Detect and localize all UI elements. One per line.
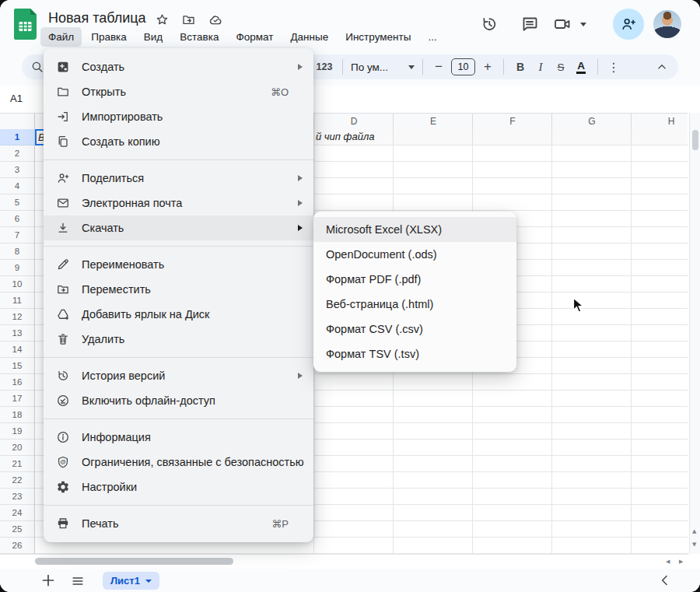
move-folder-icon[interactable] — [181, 12, 196, 27]
name-box[interactable]: A1 — [10, 93, 23, 104]
file-menu-item[interactable]: История версий — [44, 363, 313, 388]
menubar-item[interactable]: Вид — [136, 27, 170, 47]
bold-button[interactable]: B — [510, 57, 530, 77]
horizontal-scrollbar[interactable]: ◀ ▶ — [0, 554, 689, 569]
more-options-icon[interactable]: ⋮ — [604, 57, 623, 77]
file-menu-item[interactable]: Переместить — [44, 277, 313, 302]
column-header[interactable]: H — [631, 114, 688, 129]
menubar-item[interactable]: Вставка — [172, 27, 226, 47]
file-menu-item[interactable]: Скачать — [44, 215, 313, 240]
font-size-input[interactable]: 10 — [451, 58, 475, 75]
strikethrough-button[interactable]: S — [551, 57, 571, 77]
file-menu-item[interactable]: Поделиться — [44, 166, 313, 191]
row-header[interactable]: 18 — [0, 407, 34, 423]
file-menu-item[interactable]: Создать — [44, 54, 313, 79]
number-format-button[interactable]: 123 — [313, 57, 336, 77]
vertical-scrollbar-thumb[interactable] — [692, 130, 698, 150]
menubar-item[interactable]: Данные — [282, 27, 336, 47]
column-header[interactable]: E — [393, 114, 473, 129]
file-menu-item[interactable]: @ Ограничения, связанные с безопасностью — [44, 450, 313, 475]
file-menu-item[interactable]: Печать ⌘P — [44, 511, 313, 536]
row-header[interactable]: 1 — [0, 129, 34, 145]
vertical-scrollbar[interactable]: ▲ ▼ — [689, 113, 700, 554]
video-call-dropdown-caret[interactable] — [580, 23, 586, 26]
row-header[interactable]: 7 — [0, 227, 34, 243]
sheet-tab-active[interactable]: Лист1 — [103, 572, 159, 590]
toolbar-divider — [503, 59, 504, 75]
sheets-logo[interactable] — [14, 9, 37, 40]
collapse-toolbar-icon[interactable] — [655, 60, 669, 74]
video-call-icon[interactable] — [552, 15, 572, 33]
download-submenu-item[interactable]: Веб-страница (.html) — [313, 292, 516, 317]
row-header[interactable]: 12 — [0, 309, 34, 325]
row-header[interactable]: 20 — [0, 440, 34, 456]
menubar-item[interactable]: Инструменты — [338, 27, 418, 47]
row-header[interactable]: 22 — [0, 472, 34, 489]
horizontal-scrollbar-thumb[interactable] — [35, 558, 233, 565]
file-menu-item[interactable]: Включить офлайн-доступ — [44, 388, 313, 413]
font-select[interactable]: По ум... — [349, 57, 416, 77]
download-submenu-item[interactable]: OpenDocument (.ods) — [313, 242, 516, 267]
search-icon[interactable] — [30, 60, 44, 74]
sheet-tab-menu-caret[interactable] — [145, 580, 152, 583]
download-submenu-item[interactable]: Формат PDF (.pdf) — [313, 267, 516, 292]
chevron-left-icon[interactable] — [657, 573, 673, 588]
file-menu-item[interactable]: Открыть ⌘O — [44, 79, 313, 104]
row-header[interactable]: 9 — [0, 260, 34, 276]
row-header[interactable]: 23 — [0, 489, 34, 505]
row-header[interactable]: 6 — [0, 211, 34, 227]
version-history-icon[interactable] — [480, 15, 499, 33]
column-header[interactable]: G — [551, 114, 632, 129]
row-header[interactable]: 2 — [0, 145, 34, 162]
avatar[interactable] — [653, 10, 681, 38]
row-header[interactable]: 24 — [0, 505, 34, 521]
file-menu-item[interactable]: Удалить — [44, 327, 313, 352]
row-header[interactable]: 17 — [0, 391, 34, 407]
row-header[interactable]: 5 — [0, 194, 34, 211]
document-title[interactable]: Новая таблица — [48, 10, 146, 26]
share-button[interactable] — [613, 9, 644, 40]
text-color-button[interactable]: A — [571, 57, 591, 77]
row-header[interactable]: 25 — [0, 521, 34, 538]
row-header[interactable]: 15 — [0, 358, 34, 374]
file-menu-item[interactable]: Добавить ярлык на Диск — [44, 302, 313, 327]
file-menu-item[interactable]: Информация — [44, 425, 313, 450]
column-header[interactable]: F — [472, 114, 552, 129]
file-menu-item[interactable]: Настройки — [44, 475, 313, 499]
scroll-down-icon[interactable]: ▼ — [692, 541, 696, 548]
italic-button[interactable]: I — [530, 57, 551, 77]
cloud-check-icon[interactable] — [208, 12, 223, 27]
scroll-up-icon[interactable]: ▲ — [692, 528, 696, 534]
download-submenu-item[interactable]: Формат CSV (.csv) — [313, 317, 516, 342]
star-icon[interactable] — [155, 12, 170, 27]
column-header[interactable]: D — [313, 114, 394, 129]
menubar-item[interactable]: Правка — [83, 27, 135, 47]
row-header[interactable]: 4 — [0, 178, 34, 194]
row-header[interactable]: 16 — [0, 374, 34, 391]
row-header[interactable]: 26 — [0, 538, 34, 554]
row-header[interactable]: 3 — [0, 162, 34, 178]
file-menu-item[interactable]: Электронная почта — [44, 191, 313, 215]
row-header[interactable]: 13 — [0, 325, 34, 342]
row-header[interactable]: 21 — [0, 456, 34, 472]
file-menu-item[interactable]: Переименовать — [44, 252, 313, 277]
row-header[interactable]: 8 — [0, 243, 34, 260]
file-menu-item[interactable]: Создать копию — [44, 129, 313, 154]
increase-font-size-button[interactable]: + — [478, 57, 497, 77]
row-header[interactable]: 10 — [0, 276, 34, 292]
file-menu-item[interactable]: Импортировать — [44, 104, 313, 129]
row-header[interactable]: 14 — [0, 342, 34, 358]
all-sheets-icon[interactable] — [70, 573, 86, 589]
menubar-item[interactable]: ... — [420, 27, 444, 47]
scroll-right-icon[interactable]: ▶ — [679, 559, 683, 565]
download-submenu-item[interactable]: Формат TSV (.tsv) — [313, 342, 516, 366]
download-submenu-item[interactable]: Microsoft Excel (XLSX) — [313, 217, 516, 242]
menubar-item[interactable]: Формат — [228, 27, 281, 47]
decrease-font-size-button[interactable]: − — [429, 57, 448, 77]
row-header[interactable]: 11 — [0, 292, 34, 309]
menubar-item[interactable]: Файл — [40, 27, 82, 47]
comment-icon[interactable] — [520, 15, 539, 33]
row-header[interactable]: 19 — [0, 423, 34, 440]
scroll-left-icon[interactable]: ◀ — [666, 559, 670, 565]
add-sheet-icon[interactable] — [39, 571, 58, 590]
